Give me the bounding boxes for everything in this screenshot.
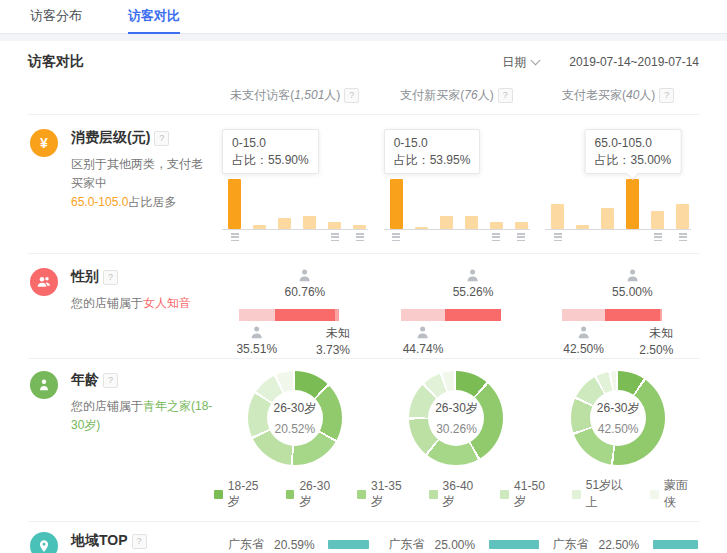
help-icon[interactable] [344, 88, 359, 103]
legend-swatch [429, 490, 438, 499]
male-stat: 44.74% [403, 325, 444, 356]
age-donut-unpaid[interactable]: 26-30岁20.52% [248, 371, 342, 465]
donut-center-label: 26-30岁 [435, 400, 478, 417]
consumption-description: 区别于其他两类，支付老买家中 65.0-105.0占比居多 [71, 155, 214, 212]
legend-label: 18-25岁 [228, 479, 270, 510]
legend-swatch [357, 490, 366, 499]
age-donut-new-buyers[interactable]: 26-30岁30.26% [409, 371, 503, 465]
tab-visitor-compare[interactable]: 访客对比 [128, 0, 180, 34]
axis-tick-label [356, 233, 364, 243]
region-bar[interactable] [489, 540, 539, 549]
section-title-gender: 性别 [71, 268, 99, 284]
date-range-value[interactable]: 2019-07-14~2019-07-14 [569, 55, 699, 69]
region-percent: 20.59% [274, 538, 328, 552]
bar[interactable] [676, 204, 689, 229]
unknown-stat: 未知2.50% [621, 325, 673, 359]
page-background-strip [0, 34, 727, 41]
consumption-label-block: ¥ 消费层级(元) 区别于其他两类，支付老买家中 65.0-105.0占比居多 [28, 129, 214, 247]
age-description: 您的店铺属于青年之家(18-30岁) [71, 397, 214, 435]
bar[interactable] [576, 225, 589, 229]
region-row: 广东省20.59% [228, 534, 375, 553]
legend-item[interactable]: 26-30岁 [286, 477, 342, 511]
age-donut-repeat-buyers[interactable]: 26-30岁42.50% [571, 371, 665, 465]
unknown-percent: 2.50% [621, 342, 673, 359]
consumption-bar-chart-repeat-buyers[interactable]: 65.0-105.0占比：35.00% [545, 129, 695, 247]
axis-tick-label [654, 233, 662, 243]
male-segment [239, 309, 275, 321]
bar[interactable] [353, 225, 366, 229]
bar[interactable] [465, 216, 478, 229]
help-icon[interactable] [103, 270, 118, 285]
bar[interactable] [626, 179, 639, 229]
female-percent: 55.00% [612, 285, 653, 299]
help-icon[interactable] [498, 88, 513, 103]
region-percent: 22.50% [599, 538, 653, 552]
column-header-row: 未支付访客(1,501人) 支付新买家(76人) 支付老买家(40人) [28, 81, 699, 115]
legend-item[interactable]: 18-25岁 [214, 477, 270, 511]
bar[interactable] [415, 227, 428, 229]
tab-visitor-distribution[interactable]: 访客分布 [30, 0, 82, 34]
gender-chart-unpaid[interactable]: 60.76%35.51%未知3.73% [224, 268, 374, 358]
bar[interactable] [253, 225, 266, 229]
people-icon [30, 268, 58, 296]
visitor-compare-panel: 访客对比 日期 2019-07-14~2019-07-14 未支付访客(1,50… [0, 43, 727, 553]
bar[interactable] [551, 204, 564, 229]
gender-description: 您的店铺属于女人知音 [71, 294, 191, 313]
male-stat: 35.51% [236, 325, 277, 356]
date-filter-area: 日期 2019-07-14~2019-07-14 [502, 54, 699, 71]
bar[interactable] [651, 211, 664, 229]
bar[interactable] [515, 222, 528, 229]
region-bar[interactable] [653, 540, 698, 549]
legend-label: 51岁以上 [586, 477, 634, 511]
axis-tick-label [517, 233, 525, 243]
bar[interactable] [303, 216, 316, 229]
region-bar[interactable] [328, 540, 369, 549]
person-icon [624, 268, 640, 283]
region-list-repeat-buyers: 广东省22.50%福建省12.50% [539, 532, 700, 553]
legend-item[interactable]: 36-40岁 [429, 477, 485, 511]
bar[interactable] [440, 216, 453, 229]
male-stat: 42.50% [563, 325, 604, 356]
section-title-consumption: 消费层级(元) [71, 129, 150, 145]
consumption-bar-chart-unpaid[interactable]: 0-15.0占比：55.90% [222, 129, 372, 247]
legend-item[interactable]: 31-35岁 [357, 477, 413, 511]
date-filter-label: 日期 [502, 54, 526, 71]
person-icon [297, 268, 313, 283]
age-legend: 18-25岁26-30岁31-35岁36-40岁41-50岁51岁以上蒙面侠 [214, 477, 699, 511]
gender-stacked-bar[interactable] [562, 309, 662, 321]
unknown-label: 未知 [621, 325, 673, 342]
legend-item[interactable]: 蒙面侠 [650, 477, 699, 511]
help-icon[interactable] [154, 131, 169, 146]
female-stat: 55.26% [453, 268, 494, 299]
legend-item[interactable]: 41-50岁 [500, 477, 556, 511]
section-age: 年龄 您的店铺属于青年之家(18-30岁) 26-30岁20.52% 26-30… [28, 359, 699, 522]
bar[interactable] [490, 222, 503, 229]
female-segment [275, 309, 336, 321]
gender-stacked-bar[interactable] [401, 309, 501, 321]
gender-chart-repeat-buyers[interactable]: 55.00%42.50%未知2.50% [547, 268, 697, 358]
person-icon [576, 325, 592, 340]
legend-item[interactable]: 51岁以上 [572, 477, 634, 511]
gender-stacked-bar[interactable] [239, 309, 339, 321]
male-percent: 42.50% [563, 342, 604, 356]
donut-center-value: 20.52% [274, 422, 315, 436]
column-header-unpaid-visitors: 未支付访客(1,501人) [214, 87, 376, 104]
tooltip-category: 65.0-105.0 [594, 135, 671, 151]
bar[interactable] [228, 179, 241, 229]
gender-chart-new-buyers[interactable]: 55.26%44.74% [386, 268, 536, 358]
help-icon[interactable] [103, 373, 118, 388]
bar[interactable] [278, 218, 291, 229]
chart-tooltip: 0-15.0占比：53.95% [384, 129, 481, 174]
date-filter-dropdown[interactable]: 日期 [502, 54, 539, 71]
male-segment [401, 309, 446, 321]
female-percent: 60.76% [285, 285, 326, 299]
legend-label: 26-30岁 [299, 479, 341, 510]
region-name: 广东省 [553, 536, 599, 553]
consumption-bar-chart-new-buyers[interactable]: 0-15.0占比：53.95% [384, 129, 534, 247]
bar[interactable] [390, 179, 403, 229]
help-icon[interactable] [659, 88, 674, 103]
bar[interactable] [328, 222, 341, 229]
help-icon[interactable] [132, 534, 147, 549]
bar[interactable] [601, 208, 614, 229]
donut-center-value: 42.50% [598, 422, 639, 436]
